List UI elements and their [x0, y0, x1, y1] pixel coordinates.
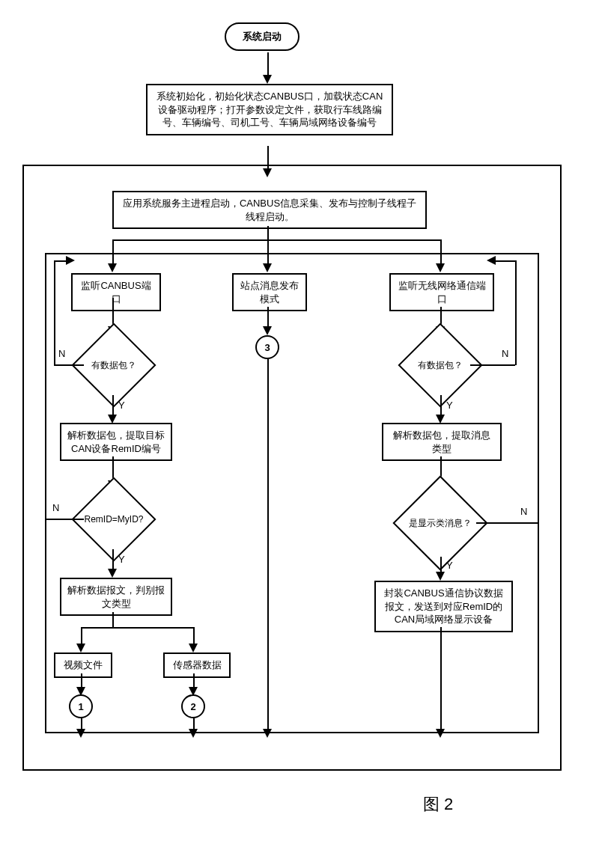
right-display-text: 是显示类消息？: [409, 517, 472, 530]
caption-text: 图 2: [423, 795, 453, 813]
sensor-box: 传感器数据: [163, 652, 231, 678]
right-encap-box: 封装CANBUS通信协议数据报文，发送到对应RemID的CAN局域网络显示设备: [374, 581, 513, 632]
left-parse2-text: 解析数据报文，判别报文类型: [67, 584, 165, 609]
figure-caption: 图 2: [423, 793, 453, 816]
mid-mode-box: 站点消息发布模式: [232, 273, 307, 311]
left-has-data-decision: 有数据包？: [84, 335, 144, 395]
left-parse1-box: 解析数据包，提取目标CAN设备RemID编号: [60, 423, 172, 461]
left-remid-text: RemID=MyID?: [84, 514, 143, 525]
left-parse2-box: 解析数据报文，判别报文类型: [60, 578, 172, 616]
right-display-decision: 是显示类消息？: [407, 489, 474, 557]
right-has-data-decision: 有数据包？: [410, 335, 470, 395]
init-text: 系统初始化，初始化状态CANBUS口，加载状态CAN设备驱动程序；打开参数设定文…: [156, 91, 383, 128]
y-label-3: Y: [446, 400, 453, 411]
left-parse1-text: 解析数据包，提取目标CAN设备RemID编号: [67, 430, 165, 454]
init-box: 系统初始化，初始化状态CANBUS口，加载状态CAN设备驱动程序；打开参数设定文…: [146, 84, 393, 135]
right-listen-text: 监听无线网络通信端口: [398, 280, 486, 305]
n-label-1: N: [58, 348, 65, 359]
video-box: 视频文件: [54, 652, 112, 678]
main-process-box: 应用系统服务主进程启动，CANBUS信息采集、发布与控制子线程子线程启动。: [112, 191, 427, 229]
left-listen-box: 监听CANBUS端口: [71, 273, 161, 311]
video-text: 视频文件: [64, 659, 103, 670]
connector-1: 1: [69, 694, 93, 718]
left-remid-decision: RemID=MyID?: [84, 489, 144, 549]
c3-text: 3: [264, 342, 270, 353]
connector-3: 3: [255, 335, 279, 359]
main-process-text: 应用系统服务主进程启动，CANBUS信息采集、发布与控制子线程子线程启动。: [123, 198, 416, 222]
n-label-2: N: [52, 502, 59, 513]
mid-mode-text: 站点消息发布模式: [240, 280, 299, 305]
sensor-text: 传感器数据: [173, 659, 222, 670]
c2-text: 2: [190, 701, 195, 712]
left-has-data-text: 有数据包？: [91, 359, 136, 372]
n-label-3: N: [502, 348, 508, 359]
left-listen-text: 监听CANBUS端口: [81, 280, 150, 305]
right-encap-text: 封装CANBUS通信协议数据报文，发送到对应RemID的CAN局域网络显示设备: [384, 587, 502, 625]
y-label-4: Y: [446, 560, 453, 571]
right-parse-text: 解析数据包，提取消息类型: [393, 430, 490, 454]
right-parse-box: 解析数据包，提取消息类型: [382, 423, 502, 461]
y-label-2: Y: [118, 554, 125, 565]
start-label: 系统启动: [243, 31, 282, 42]
y-label-1: Y: [118, 400, 125, 411]
right-has-data-text: 有数据包？: [418, 359, 463, 372]
connector-2: 2: [181, 694, 205, 718]
n-label-4: N: [520, 506, 527, 517]
c1-text: 1: [78, 701, 83, 712]
start-terminator: 系统启动: [225, 22, 300, 51]
right-listen-box: 监听无线网络通信端口: [389, 273, 494, 311]
